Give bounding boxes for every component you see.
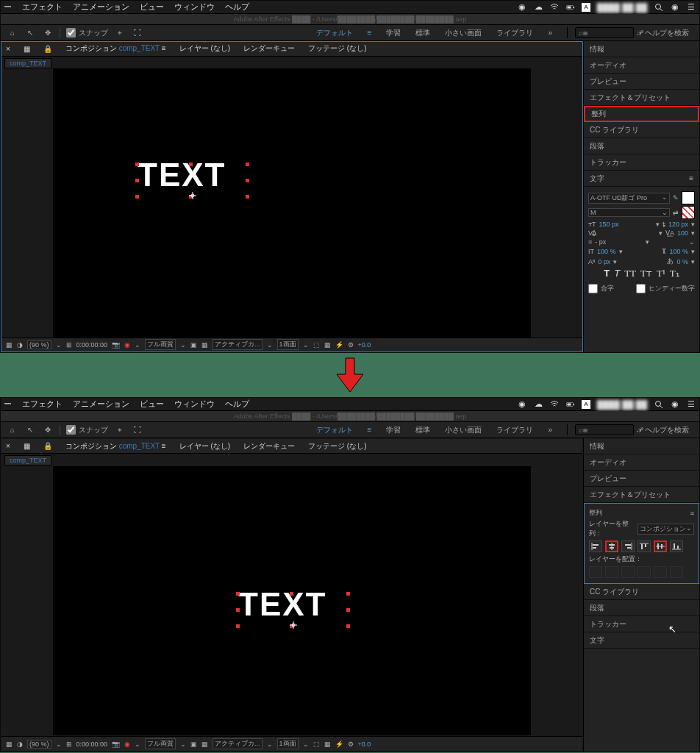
hamburger-icon[interactable]: ≡	[689, 174, 693, 182]
align-bottom-button[interactable]	[670, 540, 683, 552]
tab-renderqueue[interactable]: レンダーキュー	[243, 43, 295, 54]
siri-icon[interactable]: ◉	[670, 2, 680, 13]
align-target-dropdown[interactable]: コンポジション ⌄	[638, 524, 694, 535]
text-layer[interactable]: TEXT	[238, 586, 326, 623]
overflow-icon[interactable]: »	[548, 29, 552, 37]
panel-effects[interactable]: エフェクト＆プリセット	[584, 90, 699, 106]
snap-bounds-icon[interactable]: ⛶	[132, 424, 143, 436]
workspace-tab[interactable]: 小さい画面	[445, 425, 482, 435]
resolution-dropdown[interactable]: フル画質	[145, 738, 176, 749]
resolution-icon[interactable]: ⊞	[66, 341, 72, 349]
panel-audio[interactable]: オーディオ	[584, 454, 699, 471]
menu-item[interactable]: ビュー	[140, 399, 164, 410]
camera-dropdown[interactable]: アクティブカ...	[213, 339, 262, 350]
timecode[interactable]: 0:00:00:00	[76, 341, 108, 349]
menu-icon[interactable]: ☰	[686, 399, 696, 410]
allcaps-button[interactable]: TT	[624, 268, 636, 279]
transparency-icon[interactable]: ▦	[201, 341, 208, 349]
transparency-icon[interactable]: ▦	[201, 740, 208, 748]
panel-preview[interactable]: プレビュー	[584, 471, 699, 487]
panel-tracker[interactable]: トラッカー	[584, 154, 699, 171]
overflow-icon[interactable]: »	[548, 426, 552, 434]
viewport[interactable]: TEXT	[1, 465, 582, 736]
search-tools-icon[interactable]: ⌕▦	[575, 424, 634, 435]
panel-character[interactable]: 文字≡	[584, 171, 699, 187]
menu-item[interactable]: エフェクト	[22, 399, 63, 410]
menu-item[interactable]: ー	[4, 1, 12, 13]
panel-character[interactable]: 文字	[584, 632, 699, 649]
3d-icon[interactable]: ⬚	[313, 740, 320, 748]
mask-icon[interactable]: ◑	[17, 341, 23, 349]
snap-option-icon[interactable]: ⌖	[114, 424, 126, 436]
panel-paragraph[interactable]: 段落	[584, 138, 699, 154]
tab-footage[interactable]: フッテージ (なし)	[308, 441, 366, 452]
superscript-button[interactable]: T¹	[657, 268, 665, 279]
mask-icon[interactable]: ◑	[17, 740, 23, 748]
fill-swatch[interactable]	[682, 191, 695, 204]
panel-tracker[interactable]: トラッカー	[584, 616, 699, 632]
selection-tool-icon[interactable]: ↖	[24, 27, 36, 39]
tab-layer[interactable]: レイヤー (なし)	[179, 43, 230, 54]
panel-grip-icon[interactable]: ▦	[24, 45, 30, 53]
menu-item[interactable]: ヘルプ	[225, 1, 249, 13]
hindi-checkbox[interactable]	[636, 284, 646, 293]
tab-renderqueue[interactable]: レンダーキュー	[243, 441, 295, 452]
comp-name-tab[interactable]: comp_TEXT	[4, 58, 51, 68]
roi-icon[interactable]: ▣	[190, 341, 197, 349]
hand-tool-icon[interactable]: ✥	[42, 27, 54, 39]
menu-item[interactable]: ウィンドウ	[174, 399, 215, 410]
hand-tool-icon[interactable]: ✥	[42, 424, 54, 436]
snap-checkbox[interactable]: スナップ	[66, 28, 108, 38]
panel-grip-icon[interactable]: ▦	[24, 442, 30, 450]
resolution-icon[interactable]: ⊞	[66, 740, 72, 748]
panel-cclib[interactable]: CC ライブラリ	[584, 584, 699, 600]
menu-item[interactable]: ビュー	[140, 1, 164, 13]
3d-icon[interactable]: ⬚	[313, 341, 320, 349]
workspace-menu-icon[interactable]: ≡	[368, 426, 372, 434]
comp-name-tab[interactable]: comp_TEXT	[4, 455, 51, 465]
timecode[interactable]: 0:00:00:00	[76, 740, 108, 748]
workspace-tab[interactable]: 標準	[415, 28, 430, 38]
workspace-tab[interactable]: 小さい画面	[445, 28, 482, 38]
exposure[interactable]: +0.0	[358, 341, 371, 349]
selection-tool-icon[interactable]: ↖	[24, 424, 36, 436]
snapshot-icon[interactable]: 📷	[112, 740, 120, 748]
lock-icon[interactable]: 🔒	[43, 45, 52, 53]
align-right-button[interactable]	[621, 540, 635, 552]
close-icon[interactable]: ×	[6, 442, 10, 450]
workspace-tab[interactable]: 学習	[386, 425, 401, 435]
home-icon[interactable]: ⌂	[7, 424, 18, 436]
home-icon[interactable]: ⌂	[7, 27, 18, 39]
panel-align[interactable]: 整列	[584, 106, 699, 122]
panel-preview[interactable]: プレビュー	[584, 74, 699, 90]
zoom-dropdown[interactable]: (90 %)	[27, 340, 51, 349]
eyedropper-icon[interactable]: ✎	[673, 194, 679, 201]
menu-item[interactable]: アニメーション	[73, 1, 129, 13]
menu-icon[interactable]: ☰	[686, 2, 696, 13]
snap-checkbox[interactable]: スナップ	[66, 425, 108, 435]
swap-icon[interactable]: ⇄	[673, 209, 679, 216]
close-icon[interactable]: ×	[6, 45, 10, 53]
menu-item[interactable]: ヘルプ	[225, 399, 249, 410]
smallcaps-button[interactable]: Tᴛ	[640, 268, 652, 279]
panel-cclib[interactable]: CC ライブラリ	[584, 122, 699, 138]
align-left-button[interactable]	[589, 540, 602, 552]
bold-button[interactable]: T	[604, 268, 610, 279]
resolution-dropdown[interactable]: フル画質	[145, 339, 176, 350]
viewport[interactable]: TEXT	[1, 68, 582, 338]
workspace-tab[interactable]: デフォルト	[316, 425, 353, 435]
align-hcenter-button[interactable]	[605, 540, 618, 552]
search-tools-icon[interactable]: ⌕▦	[575, 27, 634, 38]
subscript-button[interactable]: T₁	[670, 268, 679, 279]
ligature-checkbox[interactable]	[588, 284, 598, 293]
menu-item[interactable]: エフェクト	[22, 1, 63, 13]
panel-effects[interactable]: エフェクト＆プリセット	[584, 487, 699, 503]
menubar[interactable]: ー エフェクト アニメーション ビュー ウィンドウ ヘルプ ◉ ☁ A ████…	[1, 398, 699, 411]
search-icon[interactable]	[654, 399, 664, 410]
menubar[interactable]: ー エフェクト アニメーション ビュー ウィンドウ ヘルプ ◉ ☁ A ████…	[1, 1, 699, 14]
roi-icon[interactable]: ▣	[190, 740, 197, 748]
tab-footage[interactable]: フッテージ (なし)	[308, 43, 366, 54]
grid-icon[interactable]: ▦	[6, 740, 12, 748]
workspace-tab[interactable]: 学習	[386, 28, 401, 38]
snap-bounds-icon[interactable]: ⛶	[132, 27, 143, 39]
